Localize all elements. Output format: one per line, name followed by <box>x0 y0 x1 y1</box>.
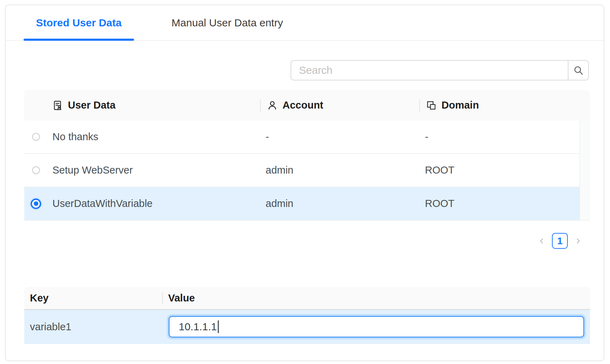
search-icon <box>573 65 584 76</box>
chevron-right-icon <box>574 237 582 245</box>
search-input[interactable] <box>291 60 568 80</box>
text-caret <box>218 320 219 333</box>
variable-key-cell: variable1 <box>30 310 71 344</box>
tab-bar: Stored User Data Manual User Data entry <box>6 5 604 41</box>
cell-account: - <box>266 121 269 153</box>
radio-button[interactable] <box>24 187 47 220</box>
active-tab-ink-bar <box>24 39 134 41</box>
variables-header-row: Key Value <box>24 287 590 310</box>
header-cell-value: Value <box>168 287 195 309</box>
header-label-account: Account <box>282 99 323 111</box>
pagination-prev-button[interactable] <box>537 233 546 249</box>
radio-button[interactable] <box>24 121 47 153</box>
pagination: 1 <box>537 233 583 249</box>
variables-table: Key Value variable1 10.1.1.1 <box>24 287 590 344</box>
table-row[interactable]: No thanks - - <box>24 121 579 154</box>
cell-domain: - <box>425 121 428 153</box>
user-data-table: User Data Account <box>24 90 590 221</box>
value-input-text: 10.1.1.1 <box>179 321 217 333</box>
cell-user-data: No thanks <box>52 121 99 153</box>
tab-manual-user-data-entry[interactable]: Manual User Data entry <box>167 5 287 40</box>
header-cell-key: Key <box>30 287 49 309</box>
user-data-panel: Stored User Data Manual User Data entry <box>5 5 604 361</box>
cell-account: admin <box>266 187 293 220</box>
table-scrollbar-gutter[interactable] <box>579 121 590 221</box>
column-separator <box>419 99 420 112</box>
cell-account: admin <box>266 154 293 187</box>
table-row-selected[interactable]: UserDataWithVariable admin ROOT <box>24 187 579 221</box>
cell-domain: ROOT <box>425 154 455 187</box>
radio-checked-icon <box>31 199 41 209</box>
column-separator <box>162 292 163 304</box>
value-input[interactable]: 10.1.1.1 <box>169 316 584 338</box>
user-data-document-icon <box>52 100 63 111</box>
cell-user-data: UserDataWithVariable <box>52 187 153 220</box>
page-1-button[interactable]: 1 <box>552 233 568 249</box>
header-cell-domain: Domain <box>426 90 479 121</box>
radio-unchecked-icon <box>32 166 40 174</box>
radio-button[interactable] <box>24 154 47 187</box>
search-bar <box>291 60 589 80</box>
header-cell-account: Account <box>267 90 323 121</box>
variable-row: variable1 10.1.1.1 <box>24 310 590 344</box>
cell-domain: ROOT <box>425 187 455 220</box>
table-row[interactable]: Setup WebServer admin ROOT <box>24 154 579 187</box>
search-button[interactable] <box>568 60 589 80</box>
domain-blocks-icon <box>426 100 437 111</box>
pagination-next-button[interactable] <box>573 233 583 249</box>
cell-user-data: Setup WebServer <box>52 154 133 187</box>
header-label-user-data: User Data <box>68 99 115 111</box>
header-cell-user-data: User Data <box>52 90 115 121</box>
radio-dot <box>34 201 38 206</box>
chevron-left-icon <box>538 237 546 245</box>
table-header-row: User Data Account <box>24 90 590 121</box>
tab-stored-user-data[interactable]: Stored User Data <box>24 5 134 40</box>
radio-unchecked-icon <box>32 133 40 141</box>
column-separator <box>260 99 261 112</box>
header-label-domain: Domain <box>441 99 479 111</box>
person-icon <box>267 100 278 111</box>
